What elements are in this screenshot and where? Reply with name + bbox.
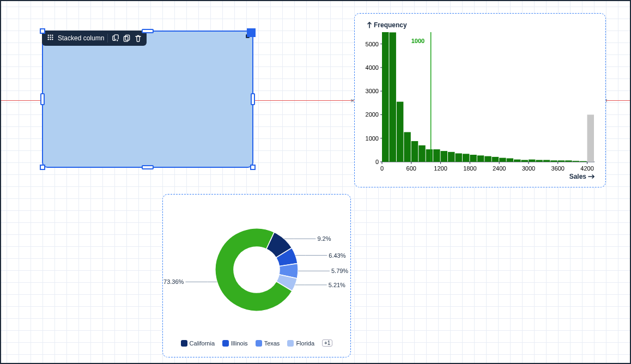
svg-text:1800: 1800 <box>463 165 476 172</box>
svg-rect-62 <box>521 160 528 162</box>
svg-text:3000: 3000 <box>522 165 535 172</box>
svg-point-7 <box>50 39 51 40</box>
svg-text:600: 600 <box>406 165 416 172</box>
legend-item: Illinois <box>222 340 248 347</box>
svg-point-1 <box>50 35 51 36</box>
svg-rect-13 <box>126 35 130 40</box>
svg-text:1200: 1200 <box>434 165 447 172</box>
svg-rect-46 <box>404 132 410 162</box>
toolbar-divider <box>107 34 108 43</box>
svg-text:5.79%: 5.79% <box>331 268 348 274</box>
svg-text:1000: 1000 <box>366 135 379 142</box>
svg-text:3000: 3000 <box>366 88 379 94</box>
svg-text:4200: 4200 <box>580 165 593 172</box>
resize-handle[interactable] <box>40 165 45 170</box>
svg-point-2 <box>52 35 53 36</box>
svg-rect-50 <box>433 149 440 162</box>
legend-item: Texas <box>256 340 280 347</box>
svg-rect-43 <box>382 32 389 162</box>
svg-point-6 <box>48 39 49 40</box>
donut-chart-card[interactable]: 9.2%6.43%5.79%5.21%73.36% CaliforniaIlli… <box>162 194 351 357</box>
svg-text:0: 0 <box>375 159 379 165</box>
svg-point-0 <box>48 35 49 36</box>
svg-text:9.2%: 9.2% <box>317 235 331 242</box>
histogram-plot: 0100020003000400050000600120018002400300… <box>365 30 597 180</box>
svg-rect-49 <box>426 149 433 162</box>
svg-rect-44 <box>389 32 396 162</box>
svg-rect-51 <box>441 151 447 162</box>
svg-text:73.36%: 73.36% <box>163 278 184 285</box>
duplicate-button[interactable] <box>111 34 119 43</box>
svg-rect-61 <box>514 160 520 162</box>
svg-text:5.21%: 5.21% <box>329 282 345 288</box>
resize-handle[interactable] <box>247 28 256 37</box>
delete-button[interactable] <box>134 34 142 43</box>
svg-rect-66 <box>550 160 557 162</box>
histogram-chart-card[interactable]: Frequency Sales 010002000300040005000060… <box>354 13 606 187</box>
svg-rect-63 <box>529 160 535 162</box>
svg-rect-71 <box>587 114 594 162</box>
y-axis-label: Frequency <box>367 21 407 29</box>
legend-item: Florida <box>287 340 314 347</box>
svg-rect-68 <box>565 160 572 162</box>
svg-rect-45 <box>397 102 403 162</box>
svg-rect-59 <box>499 158 506 162</box>
svg-rect-67 <box>558 160 565 162</box>
svg-rect-48 <box>418 145 425 162</box>
svg-rect-69 <box>573 161 579 162</box>
resize-handle[interactable] <box>142 165 154 169</box>
svg-text:5000: 5000 <box>366 41 379 47</box>
svg-rect-64 <box>536 160 542 162</box>
donut-plot: 9.2%6.43%5.79%5.21%73.36% <box>169 203 344 334</box>
svg-rect-12 <box>124 36 129 41</box>
resize-handle[interactable] <box>142 29 154 33</box>
resize-handle[interactable] <box>251 93 255 105</box>
svg-point-4 <box>50 37 51 38</box>
svg-rect-10 <box>114 34 119 39</box>
svg-text:3600: 3600 <box>551 165 565 172</box>
selection-toolbar: Stacked column <box>42 31 147 46</box>
svg-text:6.43%: 6.43% <box>329 252 345 259</box>
svg-text:4000: 4000 <box>366 64 379 71</box>
guide-marker: × <box>350 97 354 105</box>
svg-point-5 <box>52 37 53 38</box>
svg-text:2400: 2400 <box>493 165 506 172</box>
selected-chart-card[interactable]: Stacked column <box>42 31 253 168</box>
svg-text:2000: 2000 <box>366 111 379 118</box>
svg-point-8 <box>52 39 53 40</box>
svg-rect-54 <box>463 154 469 162</box>
svg-rect-70 <box>580 161 586 162</box>
svg-rect-58 <box>492 157 499 162</box>
legend-overflow[interactable]: +1 <box>322 339 332 347</box>
svg-rect-52 <box>448 152 454 162</box>
svg-rect-65 <box>543 160 550 162</box>
selection-type-label: Stacked column <box>58 34 104 42</box>
copy-button[interactable] <box>123 34 131 43</box>
svg-rect-53 <box>455 153 462 162</box>
svg-rect-57 <box>484 156 491 162</box>
resize-handle[interactable] <box>250 165 256 170</box>
svg-text:0: 0 <box>380 165 384 172</box>
resize-handle[interactable] <box>40 28 45 34</box>
svg-rect-56 <box>477 155 484 162</box>
legend-item: California <box>181 340 215 347</box>
svg-text:1000: 1000 <box>411 38 424 44</box>
svg-rect-60 <box>507 159 513 162</box>
resize-handle[interactable] <box>40 93 45 105</box>
donut-legend: CaliforniaIllinoisTexasFlorida+1 <box>168 339 345 347</box>
svg-rect-55 <box>470 155 476 162</box>
drag-handle-icon[interactable] <box>46 33 54 43</box>
svg-rect-47 <box>411 141 418 162</box>
svg-point-3 <box>48 37 49 38</box>
arrow-up-icon <box>367 22 372 28</box>
